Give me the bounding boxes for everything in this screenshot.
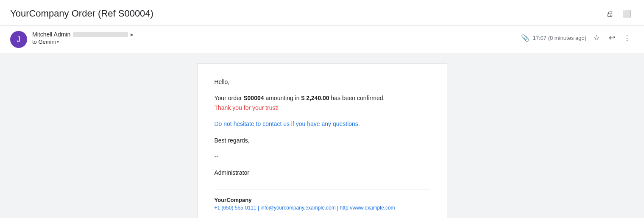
company-name: YourCompany bbox=[215, 197, 430, 203]
company-email-link[interactable]: info@yourcompany.example.com bbox=[260, 205, 335, 211]
sender-row: J Mitchell Admin ▸ to Gemini ▾ 📎 17:07 (… bbox=[0, 26, 644, 53]
more-button[interactable]: ⋮ bbox=[620, 31, 634, 45]
company-phone: +1 (650) 555-0111 bbox=[215, 205, 256, 211]
email-subject: YourCompany Order (Ref S00004) bbox=[10, 8, 153, 19]
avatar: J bbox=[10, 31, 27, 48]
company-website-link[interactable]: http://www.example.com bbox=[340, 205, 395, 211]
order-ref: S00004 bbox=[243, 95, 264, 101]
reply-icon: ↩ bbox=[609, 33, 615, 42]
sender-left: J Mitchell Admin ▸ to Gemini ▾ bbox=[10, 31, 134, 48]
print-button[interactable]: 🖨 bbox=[603, 7, 617, 20]
popout-button[interactable]: ⬜ bbox=[620, 7, 634, 20]
attachment-icon: 📎 bbox=[521, 34, 530, 42]
email-content: Hello, Your order S00004 amounting in $ … bbox=[198, 64, 447, 190]
header-actions: 🖨 ⬜ bbox=[603, 7, 634, 20]
popout-icon: ⬜ bbox=[623, 10, 631, 18]
order-amount: $ 2,240.00 bbox=[301, 95, 329, 101]
signature: Administrator bbox=[215, 168, 430, 177]
order-mid: amounting in bbox=[264, 95, 301, 101]
order-intro: Your order bbox=[215, 95, 244, 101]
sender-email-redacted bbox=[73, 32, 128, 37]
order-paragraph: Your order S00004 amounting in $ 2,240.0… bbox=[215, 93, 430, 112]
greeting: Hello, bbox=[215, 77, 430, 87]
sender-info: Mitchell Admin ▸ to Gemini ▾ bbox=[32, 31, 134, 45]
more-icon: ⋮ bbox=[623, 33, 631, 42]
reply-button[interactable]: ↩ bbox=[605, 31, 619, 45]
expand-arrow[interactable]: ▸ bbox=[131, 31, 134, 38]
sign-off: Best regards, bbox=[215, 136, 430, 145]
order-end: has been confirmed. bbox=[329, 95, 385, 101]
email-body-area: Hello, Your order S00004 amounting in $ … bbox=[0, 53, 644, 218]
chevron-down-icon: ▾ bbox=[57, 39, 59, 44]
thank-you: Thank you for your trust! bbox=[215, 104, 279, 111]
star-button[interactable]: ☆ bbox=[590, 31, 603, 45]
to-gemini[interactable]: to Gemini ▾ bbox=[32, 39, 134, 45]
contact-line: Do not hesitate to contact us if you hav… bbox=[215, 119, 430, 129]
separator: -- bbox=[215, 152, 430, 161]
email-footer: YourCompany +1 (650) 555-0111 | info@you… bbox=[198, 190, 447, 218]
company-contact: +1 (650) 555-0111 | info@yourcompany.exa… bbox=[215, 205, 430, 211]
email-card: Hello, Your order S00004 amounting in $ … bbox=[197, 63, 447, 218]
timestamp: 17:07 (0 minutes ago) bbox=[533, 35, 586, 41]
sender-right: 📎 17:07 (0 minutes ago) ☆ ↩ ⋮ bbox=[521, 31, 634, 45]
star-icon: ☆ bbox=[593, 33, 600, 42]
sender-name: Mitchell Admin ▸ bbox=[32, 31, 134, 38]
print-icon: 🖨 bbox=[606, 9, 614, 18]
email-header: YourCompany Order (Ref S00004) 🖨 ⬜ bbox=[0, 0, 644, 26]
